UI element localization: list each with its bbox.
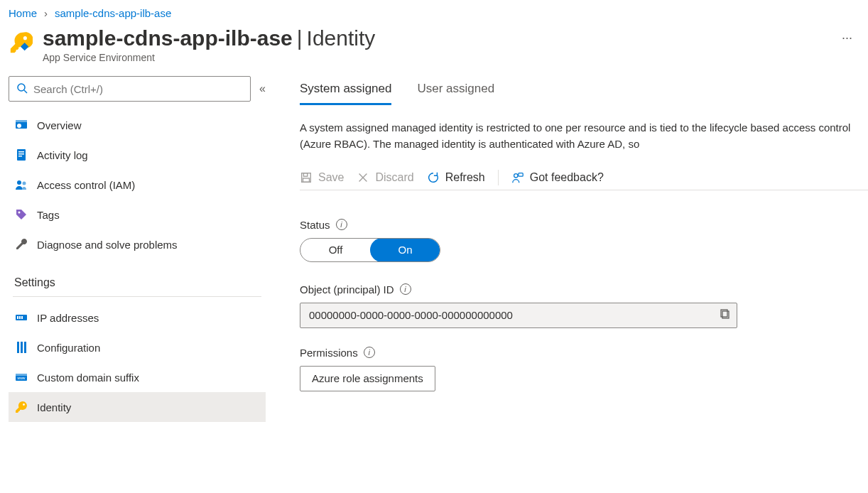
sidebar-item-overview[interactable]: Overview xyxy=(9,110,266,140)
save-icon xyxy=(300,171,313,184)
main-content: System assigned User assigned A system a… xyxy=(274,76,868,422)
key-icon xyxy=(9,31,33,55)
object-id-label: Object (principal) ID i xyxy=(300,283,868,296)
svg-rect-9 xyxy=(18,156,22,157)
svg-rect-18 xyxy=(21,342,23,353)
sidebar-item-label: Access control (IAM) xyxy=(37,179,135,191)
svg-rect-25 xyxy=(303,173,307,176)
svg-point-10 xyxy=(17,180,21,185)
search-input[interactable] xyxy=(33,83,243,95)
collapse-sidebar-button[interactable]: « xyxy=(259,82,266,95)
tab-system-assigned[interactable]: System assigned xyxy=(300,77,391,105)
refresh-icon xyxy=(427,171,440,184)
svg-rect-6 xyxy=(17,149,26,161)
resource-type-label: App Service Environment xyxy=(43,52,825,63)
sidebar-item-tags[interactable]: Tags xyxy=(9,200,266,229)
command-bar: Save Discard Refresh Got feedback? xyxy=(300,170,868,190)
info-icon[interactable]: i xyxy=(364,347,375,358)
svg-point-5 xyxy=(17,124,21,128)
object-id-field: 00000000-0000-0000-0000-000000000000 xyxy=(300,303,737,328)
log-icon xyxy=(14,148,28,162)
status-label: Status i xyxy=(300,219,868,231)
svg-rect-26 xyxy=(303,178,310,181)
svg-rect-17 xyxy=(17,342,19,353)
object-id-value: 00000000-0000-0000-0000-000000000000 xyxy=(309,309,720,321)
close-icon xyxy=(357,171,369,184)
sidebar-item-label: Tags xyxy=(37,209,60,221)
svg-point-12 xyxy=(18,212,21,214)
svg-rect-4 xyxy=(16,120,27,122)
ip-icon xyxy=(14,310,28,325)
svg-point-29 xyxy=(514,173,517,177)
sidebar-item-ip-addresses[interactable]: IP addresses xyxy=(9,303,266,332)
sidebar: « Overview Activity log Access control (… xyxy=(0,76,274,422)
sidebar-item-label: Activity log xyxy=(37,149,88,161)
people-icon xyxy=(14,178,28,192)
info-icon[interactable]: i xyxy=(400,283,411,295)
svg-text:www: www xyxy=(18,376,26,380)
separator xyxy=(13,296,261,297)
permissions-label: Permissions i xyxy=(300,347,868,359)
page-title: sample-cdns-app-ilb-ase | Identity xyxy=(43,26,825,50)
identity-tabs: System assigned User assigned xyxy=(300,77,868,105)
tab-user-assigned[interactable]: User assigned xyxy=(417,77,494,105)
svg-line-2 xyxy=(24,90,27,93)
sidebar-item-label: IP addresses xyxy=(37,312,99,324)
page-header: sample-cdns-app-ilb-ase | Identity App S… xyxy=(0,22,868,76)
save-button: Save xyxy=(300,171,344,184)
sidebar-item-activity-log[interactable]: Activity log xyxy=(9,140,266,170)
svg-rect-19 xyxy=(24,342,26,353)
sidebar-item-label: Overview xyxy=(37,119,82,131)
svg-point-1 xyxy=(18,84,25,91)
sidebar-item-label: Custom domain suffix xyxy=(37,372,139,384)
svg-rect-15 xyxy=(19,316,21,319)
svg-point-0 xyxy=(23,36,27,40)
breadcrumb-current[interactable]: sample-cdns-app-ilb-ase xyxy=(55,7,171,19)
sidebar-item-diagnose[interactable]: Diagnose and solve problems xyxy=(9,229,266,259)
globe-icon xyxy=(14,118,28,132)
svg-point-23 xyxy=(23,403,25,406)
sidebar-section-settings: Settings xyxy=(9,259,266,293)
breadcrumb: Home › sample-cdns-app-ilb-ase xyxy=(0,0,868,22)
svg-rect-14 xyxy=(17,316,18,319)
sidebar-item-configuration[interactable]: Configuration xyxy=(9,332,266,362)
refresh-button[interactable]: Refresh xyxy=(427,171,485,184)
status-on-option[interactable]: On xyxy=(370,238,440,262)
status-toggle[interactable]: Off On xyxy=(300,238,440,262)
sidebar-item-label: Identity xyxy=(37,401,71,413)
domain-icon: www xyxy=(14,370,28,384)
info-icon[interactable]: i xyxy=(336,219,347,230)
chevron-right-icon: › xyxy=(44,7,48,19)
more-actions-button[interactable]: ··· xyxy=(835,26,859,45)
sidebar-item-label: Configuration xyxy=(37,342,100,354)
search-icon xyxy=(16,82,28,96)
copy-button[interactable] xyxy=(720,308,731,322)
svg-rect-30 xyxy=(519,173,523,176)
breadcrumb-home[interactable]: Home xyxy=(9,7,37,19)
sidebar-item-label: Diagnose and solve problems xyxy=(37,239,178,251)
discard-button: Discard xyxy=(357,171,413,184)
feedback-button[interactable]: Got feedback? xyxy=(511,171,604,184)
separator xyxy=(498,170,499,185)
svg-point-11 xyxy=(23,182,26,185)
wrench-icon xyxy=(14,237,28,251)
system-assigned-description: A system assigned managed identity is re… xyxy=(300,119,868,153)
sidebar-search[interactable] xyxy=(9,76,251,102)
tag-icon xyxy=(14,207,28,222)
svg-rect-7 xyxy=(18,151,24,153)
sidebar-item-identity[interactable]: Identity xyxy=(9,392,266,422)
svg-rect-8 xyxy=(18,153,24,155)
person-feedback-icon xyxy=(511,171,524,184)
sidebar-item-custom-domain[interactable]: www Custom domain suffix xyxy=(9,362,266,392)
key-icon xyxy=(14,400,28,414)
sidebar-item-access-control[interactable]: Access control (IAM) xyxy=(9,170,266,200)
sliders-icon xyxy=(14,340,28,354)
svg-rect-16 xyxy=(21,316,23,319)
azure-role-assignments-button[interactable]: Azure role assignments xyxy=(300,366,435,391)
status-off-option[interactable]: Off xyxy=(300,239,371,261)
